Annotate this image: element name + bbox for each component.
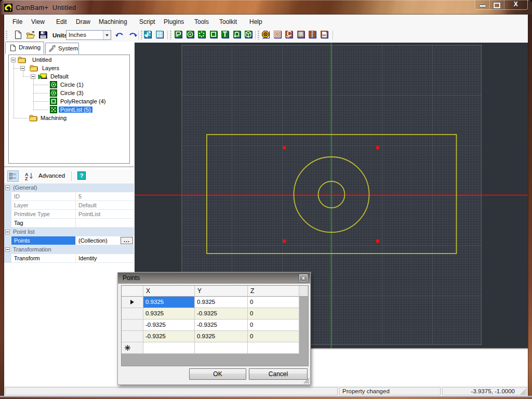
svg-text:MC: MC (323, 34, 328, 37)
svg-text:Z: Z (25, 176, 28, 180)
